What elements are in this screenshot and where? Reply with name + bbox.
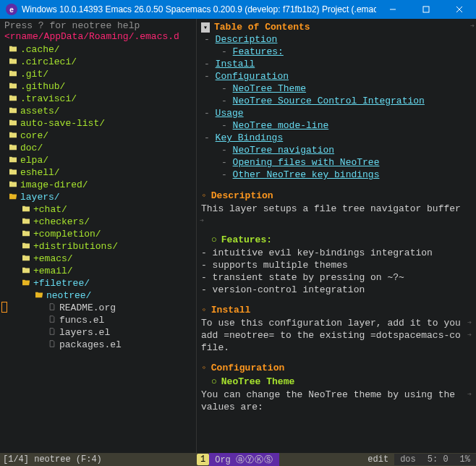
bullet-icon: ◦ <box>201 190 207 201</box>
window-controls <box>376 0 476 19</box>
neotree-root-path: <rname/AppData/Roaming/.emacs.d <box>4 31 196 42</box>
tree-directory[interactable]: eshell/ <box>4 166 196 179</box>
toc-link[interactable]: NeoTree mode-line <box>233 120 329 132</box>
body-text: file. <box>201 342 472 354</box>
body-text: values are: <box>201 401 472 413</box>
toc-item[interactable]: - Install <box>201 59 472 71</box>
toc-item[interactable]: - Usage <box>201 108 472 120</box>
tree-directory[interactable]: .github/ <box>4 80 196 93</box>
folder-icon <box>9 44 17 55</box>
toc-item[interactable]: - NeoTree mode-line <box>201 120 472 132</box>
encoding-segment: dos <box>394 454 422 465</box>
maximize-button[interactable] <box>409 0 443 19</box>
toc-item[interactable]: - NeoTree Source Control Integration <box>201 96 472 108</box>
folder-icon <box>22 216 30 227</box>
dir-label: .github/ <box>20 81 65 92</box>
tree-file[interactable]: layers.el <box>4 326 196 339</box>
toc-item[interactable]: - Description <box>201 34 472 46</box>
toc-link[interactable]: Configuration <box>216 71 289 83</box>
folder-icon <box>22 204 30 215</box>
file-icon <box>48 315 56 326</box>
tree-directory[interactable]: auto-save-list/ <box>4 117 196 130</box>
tree-directory[interactable]: .git/ <box>4 68 196 80</box>
folder-icon <box>35 290 43 301</box>
tree-directory[interactable]: layers/ <box>4 191 196 203</box>
body-text: add =neotree= to the existing =dotspacem… <box>201 329 472 342</box>
tree-file[interactable]: funcs.el <box>4 314 196 326</box>
dir-label: elpa/ <box>20 155 48 166</box>
tree-directory[interactable]: .circleci/ <box>4 56 196 68</box>
dir-label: +chat/ <box>33 204 67 215</box>
tree-directory[interactable]: doc/ <box>4 142 196 154</box>
modeline-left: [1/4] neotree (F:4) <box>0 454 197 465</box>
tree-directory[interactable]: +completion/ <box>4 228 196 240</box>
toc-item[interactable]: - Key Bindings <box>201 132 472 145</box>
body-text: You can change the NeoTree theme by usin… <box>201 389 472 401</box>
tree-directory[interactable]: +filetree/ <box>4 277 196 289</box>
neotree-sidebar[interactable]: Press ? for neotree help <rname/AppData/… <box>0 19 197 453</box>
dir-label: +checkers/ <box>33 216 90 227</box>
heading-description[interactable]: ◦ Description <box>201 189 472 203</box>
toc-link[interactable]: Install <box>216 59 255 71</box>
toc-link[interactable]: Key Bindings <box>216 132 284 145</box>
folder-icon <box>22 229 30 240</box>
tree-directory[interactable]: neotree/ <box>4 289 196 302</box>
toc-item[interactable]: - Other NeoTree key bindings <box>201 169 472 182</box>
toc-link[interactable]: Usage <box>216 108 244 120</box>
toc-link[interactable]: NeoTree Theme <box>233 83 306 96</box>
tree-directory[interactable]: +checkers/ <box>4 216 196 228</box>
dir-label: assets/ <box>20 106 60 116</box>
tree-directory[interactable]: +emacs/ <box>4 253 196 265</box>
tree-directory[interactable]: +chat/ <box>4 203 196 216</box>
dir-label: neotree/ <box>46 290 91 301</box>
toc-item[interactable]: - NeoTree navigation <box>201 145 472 157</box>
heading-neotree-theme[interactable]: ○ NeoTree Theme <box>201 375 472 389</box>
close-button[interactable] <box>443 0 476 19</box>
org-buffer[interactable]: ▾ Table of Contents ➔ - Description- Fea… <box>197 19 476 453</box>
tree-directory[interactable]: elpa/ <box>4 154 196 166</box>
tree-directory[interactable]: +distributions/ <box>4 240 196 253</box>
toc-link[interactable]: Features: <box>233 46 284 59</box>
folder-icon <box>9 167 17 178</box>
heading-text: Description <box>211 190 273 201</box>
toc-item[interactable]: - Features: <box>201 46 472 59</box>
tree-directory[interactable]: .cache/ <box>4 43 196 56</box>
toc-item[interactable]: - Opening files with NeoTree <box>201 157 472 169</box>
folder-icon <box>9 118 17 129</box>
tree-directory[interactable]: assets/ <box>4 105 196 117</box>
theme-body: You can change the NeoTree theme by usin… <box>201 389 472 413</box>
toc-link[interactable]: Other NeoTree key bindings <box>233 169 380 182</box>
toc-link[interactable]: Description <box>216 34 278 46</box>
file-tree: .cache/.circleci/.git/.github/.travisci/… <box>4 43 196 351</box>
tree-file[interactable]: packages.el <box>4 339 196 351</box>
edit-indicator: edit <box>362 454 394 465</box>
tree-file[interactable]: README.org <box>4 302 196 314</box>
list-item: - supports multiple themes <box>201 259 472 271</box>
toc-item[interactable]: - Configuration <box>201 71 472 83</box>
folder-icon <box>22 266 30 276</box>
toc-link[interactable]: NeoTree navigation <box>233 145 334 157</box>
list-item: - version-control integration <box>201 284 472 296</box>
tree-directory[interactable]: .travisci/ <box>4 93 196 105</box>
tree-directory[interactable]: image-dired/ <box>4 179 196 191</box>
bullet-icon: ◦ <box>201 363 207 373</box>
file-label: funcs.el <box>59 315 104 326</box>
tree-directory[interactable]: +email/ <box>4 265 196 277</box>
bullet-icon: ○ <box>211 376 217 387</box>
dir-label: .cache/ <box>20 44 60 55</box>
heading-features[interactable]: ○ Features: <box>201 233 472 247</box>
heading-install[interactable]: ◦ Install <box>201 303 472 317</box>
tree-directory[interactable]: core/ <box>4 130 196 142</box>
heading-toc[interactable]: ▾ Table of Contents ➔ <box>201 20 472 34</box>
heading-configuration[interactable]: ◦ Configuration <box>201 361 472 375</box>
toc-item[interactable]: - NeoTree Theme <box>201 83 472 96</box>
fold-arrow-icon[interactable]: ▾ <box>201 22 210 33</box>
heading-text: Features: <box>221 234 272 245</box>
dir-label: +distributions/ <box>33 241 118 252</box>
truncation-indicator: ➔ <box>470 22 475 30</box>
toc-link[interactable]: NeoTree Source Control Integration <box>233 96 425 108</box>
folder-icon <box>9 69 17 80</box>
toc-link[interactable]: Opening files with NeoTree <box>233 157 380 169</box>
heading-text: Table of Contents <box>214 22 310 33</box>
minimize-button[interactable] <box>376 0 409 19</box>
